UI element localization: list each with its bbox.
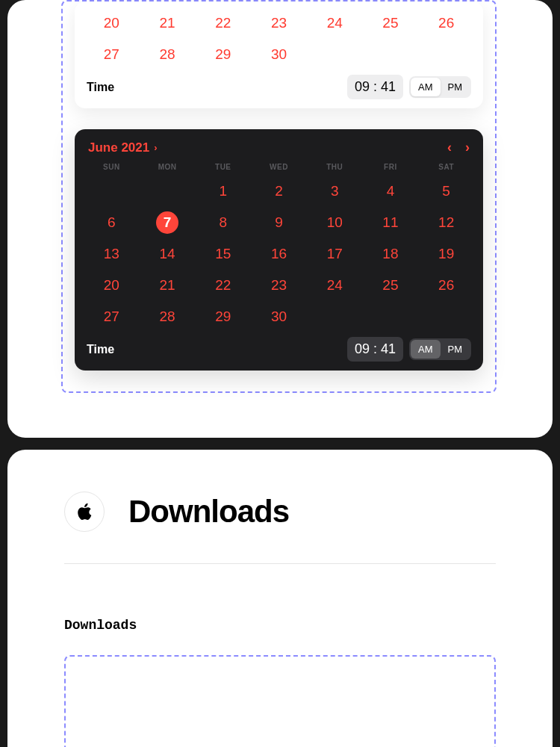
calendar-day[interactable]: 30	[251, 301, 307, 332]
calendar-title-button[interactable]: June 2021 ›	[88, 140, 158, 155]
calendar-day[interactable]: 15	[195, 238, 251, 270]
time-display[interactable]: 09 : 41	[347, 75, 403, 99]
time-minute: 41	[381, 341, 396, 356]
ampm-toggle: AM PM	[409, 338, 471, 360]
time-controls: 09 : 41 AM PM	[347, 337, 471, 362]
calendar-day[interactable]: 23	[251, 270, 307, 301]
calendar-day[interactable]: 11	[363, 207, 419, 238]
calendar-day[interactable]: 24	[307, 7, 363, 39]
time-label: Time	[87, 343, 114, 356]
calendar-dashed-container: 2021222324252627282930 Time 09 : 41 AM P…	[61, 0, 497, 393]
calendar-day[interactable]: 22	[195, 270, 251, 301]
calendar-light: 2021222324252627282930 Time 09 : 41 AM P…	[75, 1, 483, 108]
calendar-day[interactable]: 20	[84, 270, 140, 301]
apple-icon	[64, 492, 105, 532]
calendar-nav: ‹ ›	[447, 140, 470, 155]
calendar-day[interactable]: 16	[251, 238, 307, 270]
calendar-day[interactable]: 10	[307, 207, 363, 238]
calendar-day[interactable]: 22	[195, 7, 251, 39]
calendar-day[interactable]: 29	[195, 39, 251, 70]
downloads-card: Downloads Downloads	[7, 450, 553, 747]
calendar-day[interactable]: 28	[140, 39, 196, 70]
calendar-day[interactable]: 9	[251, 207, 307, 238]
calendar-day[interactable]: 24	[307, 270, 363, 301]
calendar-day[interactable]: 21	[140, 7, 196, 39]
day-of-week-label: MON	[140, 163, 196, 171]
calendar-day[interactable]: 14	[140, 238, 196, 270]
calendar-showcase-card: 2021222324252627282930 Time 09 : 41 AM P…	[7, 0, 553, 438]
am-button[interactable]: AM	[411, 340, 441, 359]
time-display[interactable]: 09 : 41	[347, 337, 403, 362]
calendar-month-year: June 2021	[88, 140, 149, 155]
calendar-day[interactable]: 26	[418, 7, 474, 39]
day-of-week-label: SUN	[84, 163, 140, 171]
calendar-day[interactable]: 25	[363, 270, 419, 301]
calendar-day[interactable]: 21	[140, 270, 196, 301]
calendar-day[interactable]: 8	[195, 207, 251, 238]
calendar-day[interactable]: 25	[363, 7, 419, 39]
calendar-day[interactable]: 17	[307, 238, 363, 270]
calendar-dark: June 2021 › ‹ › SUNMONTUEWEDTHUFRISAT 12…	[75, 129, 483, 371]
calendar-day[interactable]: 29	[195, 301, 251, 332]
day-of-week-label: WED	[251, 163, 307, 171]
prev-month-button[interactable]: ‹	[447, 140, 452, 155]
time-hour: 09	[355, 341, 370, 356]
calendar-day[interactable]: 4	[363, 176, 419, 207]
calendar-day[interactable]: 18	[363, 238, 419, 270]
day-of-week-label: SAT	[418, 163, 474, 171]
day-of-week-label: THU	[307, 163, 363, 171]
calendar-day[interactable]: 27	[84, 39, 140, 70]
pm-button[interactable]: PM	[441, 340, 470, 359]
calendar-day[interactable]: 3	[307, 176, 363, 207]
calendar-day[interactable]: 6	[84, 207, 140, 238]
time-label: Time	[87, 81, 114, 94]
chevron-right-icon: ›	[154, 142, 157, 153]
time-controls: 09 : 41 AM PM	[347, 75, 471, 99]
calendar-header: June 2021 › ‹ ›	[84, 140, 474, 163]
time-hour: 09	[355, 79, 370, 94]
downloads-dashed-container	[64, 655, 496, 747]
pm-button[interactable]: PM	[441, 78, 470, 96]
calendar-day[interactable]: 5	[418, 176, 474, 207]
dark-time-row: Time 09 : 41 AM PM	[84, 337, 474, 362]
am-button[interactable]: AM	[411, 78, 441, 96]
day-of-week-label: TUE	[195, 163, 251, 171]
downloads-header: Downloads	[7, 492, 553, 563]
time-minute: 41	[381, 79, 396, 94]
calendar-day[interactable]: 12	[418, 207, 474, 238]
calendar-day[interactable]: 13	[84, 238, 140, 270]
next-month-button[interactable]: ›	[465, 140, 470, 155]
calendar-day[interactable]: 28	[140, 301, 196, 332]
calendar-day[interactable]: 23	[251, 7, 307, 39]
calendar-day[interactable]: 19	[418, 238, 474, 270]
calendar-day[interactable]: 1	[195, 176, 251, 207]
calendar-day[interactable]: 2	[251, 176, 307, 207]
calendar-day[interactable]: 26	[418, 270, 474, 301]
calendar-day[interactable]: 30	[251, 39, 307, 70]
light-time-row: Time 09 : 41 AM PM	[84, 75, 474, 99]
calendar-day-selected[interactable]: 7	[140, 207, 196, 238]
section-title: Downloads	[128, 494, 289, 530]
calendar-day[interactable]: 20	[84, 7, 140, 39]
downloads-sublabel: Downloads	[7, 564, 553, 655]
day-of-week-label: FRI	[363, 163, 419, 171]
ampm-toggle: AM PM	[409, 76, 471, 98]
calendar-day[interactable]: 27	[84, 301, 140, 332]
